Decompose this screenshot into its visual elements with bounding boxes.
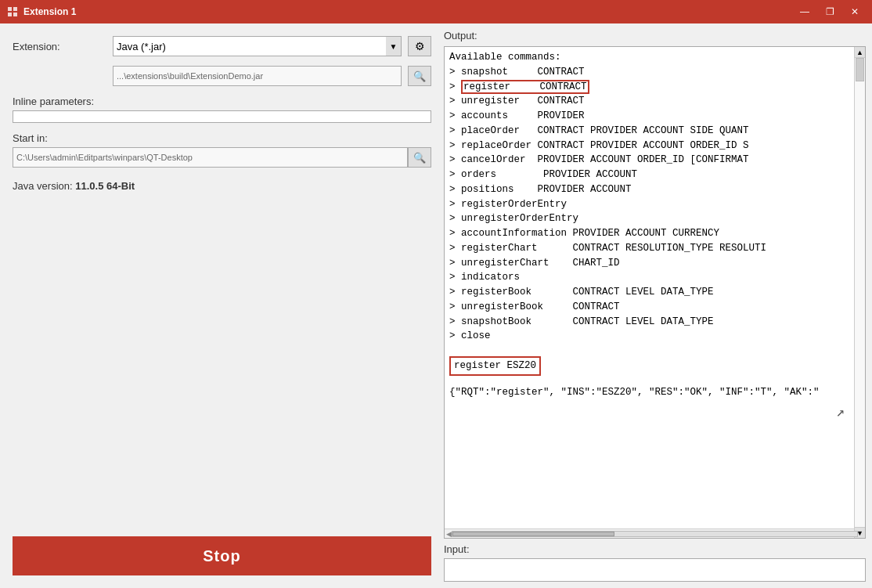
start-in-input[interactable] (13, 147, 408, 168)
output-cmd-registerorderentry: > registerOrderEntry (449, 197, 860, 212)
java-version-value: 11.0.5 64-Bit (75, 180, 135, 192)
output-cmd-placeorder: > placeOrder CONTRACT PROVIDER ACCOUNT S… (449, 124, 860, 139)
inline-params-input[interactable] (13, 110, 431, 123)
input-field[interactable] (444, 558, 866, 582)
left-panel: Extension: Java (*.jar) ▼ ⚙ 🔍 Inline par… (0, 23, 444, 588)
output-json-response: {"RQT":"register", "INS":"ESZ20", "RES":… (449, 385, 860, 400)
extension-label: Extension: (13, 41, 106, 52)
register-contract-highlight: register CONTRACT (461, 80, 589, 94)
hscroll-track[interactable] (452, 531, 858, 537)
svg-rect-2 (8, 13, 12, 16)
restore-button[interactable]: ❐ (819, 4, 841, 20)
extension-path-input[interactable] (113, 66, 402, 86)
cursor-indicator: ↗ (836, 402, 845, 424)
extension-row: Extension: Java (*.jar) ▼ ⚙ (13, 36, 431, 56)
output-cmd-accountinformation: > accountInformation PROVIDER ACCOUNT CU… (449, 226, 860, 241)
svg-rect-3 (13, 13, 17, 16)
output-cmd-snapshot: > snapshot CONTRACT (449, 65, 860, 80)
output-cmd-close: > close (449, 329, 860, 344)
minimize-button[interactable]: — (794, 4, 816, 20)
output-vertical-scrollbar[interactable]: ▲ ▼ (854, 47, 865, 538)
extension-combo-wrapper: Java (*.jar) ▼ (113, 36, 402, 56)
hscroll-thumb[interactable] (452, 532, 614, 536)
window-title: Extension 1 (23, 6, 76, 17)
extension-path-row: 🔍 (13, 66, 431, 86)
java-version-label: Java version: (13, 180, 73, 192)
output-cmd-accounts: > accounts PROVIDER (449, 109, 860, 124)
output-cmd-unregisterchart: > unregisterChart CHART_ID (449, 256, 860, 271)
scroll-track[interactable] (855, 58, 865, 527)
output-cmd-snapshotbook: > snapshotBook CONTRACT LEVEL DATA_TYPE (449, 315, 860, 330)
hscroll-left-arrow[interactable]: ◀ (446, 530, 452, 538)
stop-button[interactable]: Stop (13, 536, 431, 575)
output-cmd-replaceorder: > replaceOrder CONTRACT PROVIDER ACCOUNT… (449, 139, 860, 153)
output-horizontal-scrollbar[interactable]: ◀ ▶ (445, 528, 865, 538)
output-cmd-cancelorder: > cancelOrder PROVIDER ACCOUNT ORDER_ID … (449, 153, 860, 168)
inline-params-label: Inline parameters: (13, 96, 431, 107)
output-cmd-unregisterorderentry: > unregisterOrderEntry (449, 211, 860, 226)
svg-rect-0 (8, 7, 12, 11)
output-cmd-registerbook: > registerBook CONTRACT LEVEL DATA_TYPE (449, 285, 860, 300)
title-bar: Extension 1 — ❐ ✕ (0, 0, 872, 23)
extension-type-select[interactable]: Java (*.jar) (113, 36, 386, 56)
extension-gear-button[interactable]: ⚙ (408, 36, 431, 56)
app-icon (6, 5, 19, 18)
svg-rect-1 (13, 7, 17, 11)
start-in-browse-button[interactable]: 🔍 (408, 147, 431, 168)
start-in-label: Start in: (13, 132, 431, 144)
output-cmd-indicators: > indicators (449, 270, 860, 285)
output-cmd-unregister: > unregister CONTRACT (449, 94, 860, 109)
inline-params-section: Inline parameters: (13, 96, 431, 123)
output-content[interactable]: Available commands: > snapshot CONTRACT … (445, 47, 865, 528)
input-section: Input: (444, 543, 866, 582)
output-cmd-positions: > positions PROVIDER ACCOUNT (449, 182, 860, 197)
close-button[interactable]: ✕ (844, 4, 866, 20)
output-cmd-unregisterbook: > unregisterBook CONTRACT (449, 300, 860, 315)
output-available-commands: Available commands: (449, 50, 860, 65)
scroll-thumb[interactable] (856, 58, 864, 81)
window-controls[interactable]: — ❐ ✕ (794, 4, 866, 20)
java-version-row: Java version: 11.0.5 64-Bit (13, 180, 431, 192)
output-box[interactable]: Available commands: > snapshot CONTRACT … (444, 46, 866, 539)
register-esz20-highlight: register ESZ20 (449, 356, 541, 376)
output-cmd-registerchart: > registerChart CONTRACT RESOLUTION_TYPE… (449, 241, 860, 256)
output-cmd-orders: > orders PROVIDER ACCOUNT (449, 168, 860, 182)
extension-browse-button[interactable]: 🔍 (408, 66, 431, 86)
output-label: Output: (444, 30, 866, 41)
right-panel: Output: Available commands: > snapshot C… (444, 23, 872, 588)
start-in-section: Start in: 🔍 (13, 132, 431, 168)
output-register-esz20-line: register ESZ20 (449, 356, 860, 376)
output-cmd-register-highlighted: > register CONTRACT (449, 80, 860, 95)
extension-combo-arrow[interactable]: ▼ (386, 36, 402, 56)
input-label: Input: (444, 543, 866, 555)
scroll-up-arrow[interactable]: ▲ (855, 47, 865, 58)
